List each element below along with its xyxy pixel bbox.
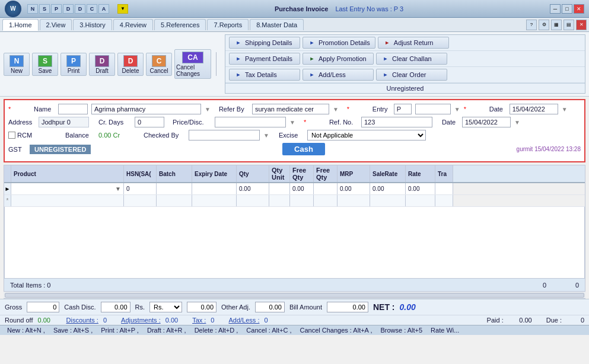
add-less-button[interactable]: ► Add/Less <box>303 69 374 81</box>
excise-select[interactable]: Not Applicable <box>307 130 426 141</box>
price-disc-input[interactable] <box>215 117 286 127</box>
menu-tabs: 1.Home 2.View 3.History 4.Review 5.Refer… <box>0 18 589 32</box>
clear-order-button[interactable]: ► Clear Order <box>376 69 447 81</box>
row1-product[interactable]: ▼ <box>11 183 124 194</box>
name-label: * <box>8 106 35 113</box>
tax-details-button[interactable]: ► Tax Details <box>229 69 300 81</box>
exit-icon[interactable]: ✕ <box>576 20 587 30</box>
refer-by-input[interactable] <box>252 104 329 114</box>
tab-history[interactable]: 3.History <box>73 19 112 30</box>
cr-days-input[interactable] <box>135 117 164 127</box>
rcm-label: RCM <box>17 132 44 139</box>
add-less-label[interactable]: Add/Less : <box>228 317 259 324</box>
toolbar-icon-p[interactable]: P <box>51 4 62 14</box>
tab-references[interactable]: 5.References <box>154 19 206 30</box>
name-value-input[interactable] <box>91 104 201 114</box>
star-expiry <box>192 195 237 206</box>
horizontal-scrollbar[interactable] <box>4 292 585 299</box>
name-code-input[interactable] <box>58 104 88 114</box>
toolbar-separator <box>216 52 217 76</box>
row1-freeqtyval[interactable] <box>314 183 338 194</box>
rs-value-input[interactable] <box>187 302 217 312</box>
rcm-checkbox[interactable] <box>8 132 15 139</box>
ref-no-input[interactable] <box>361 117 432 127</box>
payment-details-button[interactable]: ► Payment Details <box>229 53 300 65</box>
bill-amount-input[interactable] <box>327 302 368 312</box>
minimize-button[interactable]: ─ <box>550 4 561 14</box>
app-logo: W <box>5 1 21 17</box>
gross-input[interactable] <box>27 302 59 312</box>
grid-icon[interactable]: ▦ <box>551 20 562 30</box>
balance-value: 0.00 Cr <box>98 132 140 139</box>
toolbar-icon-s[interactable]: S <box>39 4 50 14</box>
scroll-track[interactable] <box>5 293 584 298</box>
adjustments-label[interactable]: Adjustments : <box>121 317 161 324</box>
clear-challan-icon: ► <box>381 55 390 63</box>
shipping-details-button[interactable]: ► Shipping Details <box>229 37 300 49</box>
rs-select[interactable]: Rs. <box>149 302 182 312</box>
print-button[interactable]: P Print <box>61 53 87 76</box>
col-header-batch: Batch <box>157 165 192 182</box>
tax-label[interactable]: Tax : <box>192 317 206 324</box>
new-button[interactable]: N New <box>4 53 30 76</box>
rcm-checkbox-area[interactable]: RCM <box>8 132 44 139</box>
toolbar-icon-n[interactable]: N <box>27 4 38 14</box>
adjust-return-button[interactable]: ► Adjust Return <box>378 37 449 49</box>
tab-view[interactable]: 2.View <box>40 19 72 30</box>
maximize-button[interactable]: □ <box>562 4 572 14</box>
due-value: 0 <box>566 317 584 324</box>
draft-button[interactable]: D Draft <box>89 53 115 76</box>
cancel-icon: C <box>152 55 166 67</box>
col-header-product: Product <box>11 165 124 182</box>
toolbar-icon-a[interactable]: A <box>98 4 109 14</box>
status-rate-wi: Rate Wi... <box>428 327 461 334</box>
cancel-button[interactable]: C Cancel <box>146 53 172 76</box>
other-adj-input[interactable] <box>255 302 285 312</box>
table-icon[interactable]: ▤ <box>563 20 574 30</box>
save-button[interactable]: S Save <box>32 53 58 76</box>
toolbar-icon-d[interactable]: D <box>63 4 74 14</box>
delete-button[interactable]: D Delete <box>117 53 144 76</box>
toolbar-icon-d2[interactable]: D <box>75 4 85 14</box>
star-freeqtyval <box>314 195 338 206</box>
discounts-label[interactable]: Discounts : <box>66 317 98 324</box>
row-marker-1: ► <box>4 183 11 194</box>
paid-label: Paid : <box>487 317 504 324</box>
row1-salerate[interactable]: 0.00 <box>370 183 406 194</box>
star-rate <box>406 195 435 206</box>
promotion-details-button[interactable]: ► Promotion Details <box>303 37 375 49</box>
round-off-label: Round off <box>5 317 33 324</box>
row1-rate[interactable]: 0.00 <box>406 183 435 194</box>
apply-promotion-button[interactable]: ► Apply Promotion <box>303 53 374 65</box>
settings-icon[interactable]: ⚙ <box>539 20 549 30</box>
close-button[interactable]: ✕ <box>574 4 584 14</box>
help-icon[interactable]: ? <box>526 20 537 30</box>
toolbar-icon-arrow[interactable]: ▼ <box>117 4 128 14</box>
row1-batch[interactable] <box>157 183 192 194</box>
toolbar-icon-c[interactable]: C <box>87 4 97 14</box>
row1-hsn[interactable]: 0 <box>124 183 157 194</box>
row1-tra[interactable] <box>435 183 453 194</box>
tab-home[interactable]: 1.Home <box>2 19 39 31</box>
entry-input[interactable] <box>394 104 412 114</box>
right-toolbar-panel: ► Shipping Details ► Promotion Details ►… <box>225 34 585 94</box>
entry-input2[interactable] <box>415 104 451 114</box>
add-less-value: 0 <box>264 317 268 324</box>
cancel-changes-button[interactable]: CA Cancel Changes <box>174 49 211 79</box>
ref-no-label-text: Ref. No. <box>329 119 358 126</box>
row1-qtyunit[interactable] <box>269 183 290 194</box>
row1-qty[interactable]: 0.00 <box>237 183 269 194</box>
unregistered-label: Unregistered <box>225 83 585 93</box>
cash-disc-input[interactable] <box>101 302 130 312</box>
date-input[interactable] <box>510 104 558 114</box>
row1-mrp[interactable]: 0.00 <box>338 183 370 194</box>
apply-promotion-icon: ► <box>308 55 316 63</box>
clear-challan-button[interactable]: ► Clear Challan <box>376 53 447 65</box>
tab-review[interactable]: 4.Review <box>113 19 153 30</box>
row1-freeqty[interactable]: 0.00 <box>290 183 314 194</box>
tab-masterdata[interactable]: 8.Master Data <box>250 19 304 30</box>
row1-expiry[interactable] <box>192 183 237 194</box>
date2-input[interactable] <box>462 117 511 127</box>
tab-reports[interactable]: 7.Reports <box>207 19 249 30</box>
checked-by-input[interactable] <box>189 130 260 141</box>
